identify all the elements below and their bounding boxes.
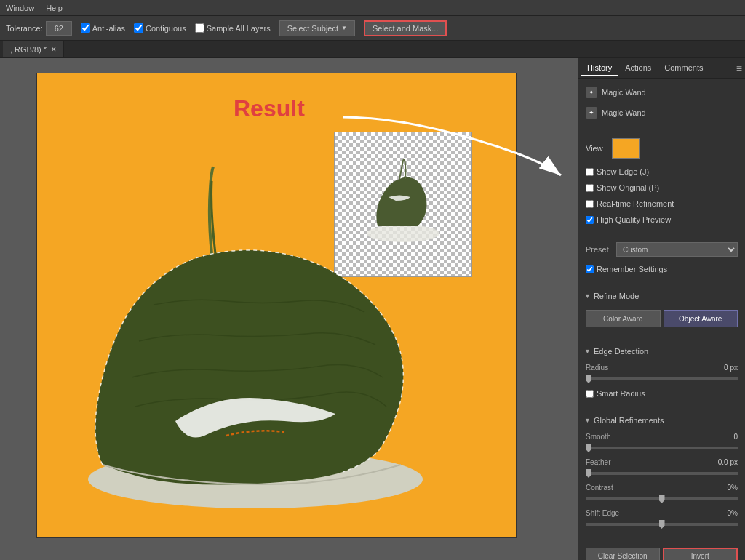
main-layout: Result [0, 58, 745, 560]
radius-label: Radius [586, 364, 608, 372]
realtime-row: Real-time Refinement [583, 198, 741, 209]
smart-radius-row: Smart Radius [583, 388, 741, 399]
sample-all-layers-group: Sample All Layers [195, 23, 271, 33]
right-panel: History Actions Comments ≡ ✦ Magic Wand … [578, 58, 745, 560]
feather-value: 0.0 px [718, 458, 738, 466]
contrast-slider[interactable] [586, 497, 738, 500]
anti-alias-group: Anti-alias [81, 23, 125, 33]
sample-all-layers-checkbox[interactable] [195, 23, 204, 33]
anti-alias-label: Anti-alias [92, 24, 125, 33]
smart-radius-checkbox[interactable] [586, 390, 594, 398]
feather-label-row: Feather 0.0 px [586, 458, 738, 466]
anti-alias-checkbox[interactable] [81, 23, 90, 33]
feather-label: Feather [586, 458, 610, 466]
remember-settings-row: Remember Settings [583, 263, 741, 275]
view-thumbnail[interactable] [612, 138, 640, 159]
edge-detection-label: Edge Detection [594, 347, 648, 356]
tolerance-group: Tolerance: [6, 21, 72, 36]
smooth-value: 0 [733, 433, 738, 441]
smooth-label: Smooth [586, 433, 610, 441]
show-original-row: Show Original (P) [583, 182, 741, 193]
global-refinements-arrow-icon: ▼ [584, 417, 591, 424]
color-aware-button[interactable]: Color Aware [586, 310, 661, 327]
document-tab[interactable]: , RGB/8) * × [3, 41, 64, 57]
tolerance-input[interactable] [46, 21, 72, 36]
radius-label-row: Radius 0 px [586, 364, 738, 372]
realtime-label: Real-time Refinement [597, 199, 674, 208]
wand-icon-1: ✦ [586, 87, 597, 98]
smart-radius-label: Smart Radius [597, 389, 645, 398]
canvas-area[interactable]: Result [0, 58, 578, 560]
main-shoe-svg [44, 159, 466, 523]
object-aware-button[interactable]: Object Aware [664, 310, 738, 327]
show-edge-checkbox[interactable] [586, 168, 594, 176]
result-label: Result [234, 95, 305, 122]
panel-content: ✦ Magic Wand ✦ Magic Wand View Show Edge… [578, 79, 745, 560]
contrast-slider-row: Contrast 0% [583, 482, 741, 503]
history-label-1: Magic Wand [602, 88, 646, 97]
history-item-1[interactable]: ✦ Magic Wand [583, 84, 741, 100]
select-mask-button[interactable]: Select and Mask... [364, 20, 447, 36]
contrast-value: 0% [728, 484, 738, 492]
invert-button[interactable]: Invert [663, 548, 738, 560]
clear-selection-button[interactable]: Clear Selection [586, 548, 660, 560]
shift-edge-slider-row: Shift Edge 0% [583, 508, 741, 529]
preset-row: Preset Custom [583, 240, 741, 259]
global-refinements-header[interactable]: ▼ Global Refinements [583, 414, 741, 427]
panel-tabs: History Actions Comments ≡ [578, 58, 745, 79]
canvas-content: Result [36, 73, 517, 538]
smooth-slider[interactable] [586, 447, 738, 449]
toolbar: Tolerance: Anti-alias Contiguous Sample … [0, 16, 745, 41]
tab-actions[interactable]: Actions [619, 60, 657, 76]
contrast-label: Contrast [586, 484, 613, 492]
radius-slider[interactable] [586, 377, 738, 380]
feather-slider-row: Feather 0.0 px [583, 457, 741, 478]
tolerance-label: Tolerance: [6, 24, 43, 33]
action-buttons-row: Clear Selection Invert [583, 545, 741, 560]
smooth-label-row: Smooth 0 [586, 433, 738, 441]
shift-edge-label: Shift Edge [586, 509, 619, 517]
realtime-checkbox[interactable] [586, 200, 594, 208]
show-original-label: Show Original (P) [597, 183, 659, 192]
refine-mode-header[interactable]: ▼ Refine Mode [583, 289, 741, 303]
panel-icons: ≡ [736, 63, 742, 74]
tab-close-icon[interactable]: × [51, 44, 56, 55]
edge-detection-header[interactable]: ▼ Edge Detection [583, 345, 741, 358]
refine-mode-arrow-icon: ▼ [584, 292, 591, 300]
shift-edge-slider[interactable] [586, 523, 738, 526]
preset-label: Preset [586, 245, 612, 254]
high-quality-row: High Quality Preview [583, 214, 741, 225]
remember-settings-label: Remember Settings [597, 265, 667, 273]
preset-select[interactable]: Custom [616, 242, 738, 257]
show-original-checkbox[interactable] [586, 184, 594, 192]
refine-buttons-group: Color Aware Object Aware [583, 307, 741, 330]
show-edge-row: Show Edge (J) [583, 166, 741, 177]
sample-all-layers-label: Sample All Layers [207, 24, 271, 33]
select-mask-label: Select and Mask... [372, 24, 439, 33]
smooth-slider-row: Smooth 0 [583, 431, 741, 452]
menu-window[interactable]: Window [6, 4, 34, 12]
tab-history[interactable]: History [581, 60, 618, 76]
feather-slider[interactable] [586, 472, 738, 475]
edge-detection-arrow-icon: ▼ [584, 348, 591, 355]
contiguous-checkbox[interactable] [134, 23, 143, 33]
tab-bar: , RGB/8) * × [0, 41, 745, 58]
tab-comments[interactable]: Comments [658, 60, 709, 76]
history-item-2[interactable]: ✦ Magic Wand [583, 105, 741, 121]
shift-edge-label-row: Shift Edge 0% [586, 509, 738, 517]
menu-help[interactable]: Help [46, 4, 63, 12]
high-quality-label: High Quality Preview [597, 215, 671, 224]
view-label: View [586, 144, 607, 153]
contrast-label-row: Contrast 0% [586, 484, 738, 492]
refine-mode-label: Refine Mode [594, 292, 639, 300]
select-subject-button[interactable]: Select Subject ▼ [279, 20, 355, 36]
select-subject-label: Select Subject [287, 24, 338, 33]
shift-edge-value: 0% [728, 509, 738, 517]
panel-tab-group: History Actions Comments [581, 60, 709, 76]
remember-settings-checkbox[interactable] [586, 265, 594, 273]
high-quality-checkbox[interactable] [586, 216, 594, 224]
panel-expand-icon[interactable]: ≡ [736, 63, 742, 74]
tab-title: , RGB/8) * [10, 45, 47, 54]
chevron-down-icon: ▼ [341, 25, 347, 31]
global-refinements-label: Global Refinements [594, 416, 664, 425]
